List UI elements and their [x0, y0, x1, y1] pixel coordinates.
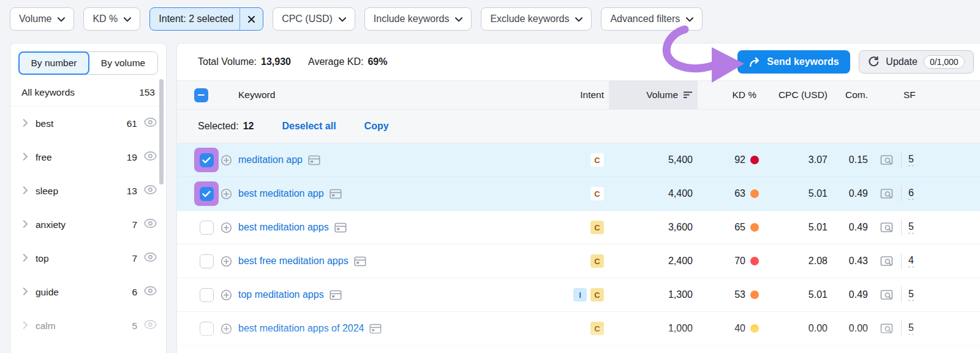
eye-icon[interactable]	[143, 252, 157, 265]
row-checkbox[interactable]	[200, 288, 214, 302]
kd-value: 53	[734, 289, 745, 300]
serp-card-icon[interactable]	[330, 290, 342, 300]
eye-icon[interactable]	[143, 117, 157, 130]
serp-card-icon[interactable]	[354, 256, 366, 267]
kd-difficulty-dot	[750, 257, 759, 265]
keyword-group-row[interactable]: top 7	[10, 241, 166, 275]
eye-icon[interactable]	[143, 319, 157, 332]
refresh-icon	[868, 56, 880, 68]
volume-value: 1,000	[668, 323, 693, 334]
keyword-group-row[interactable]: free 19	[10, 140, 166, 174]
filter-chip[interactable]: CPC (USD)	[273, 7, 355, 31]
chevron-down-icon	[339, 13, 346, 25]
keyword-link[interactable]: best meditation app	[238, 188, 324, 199]
chevron-right-icon[interactable]	[23, 253, 28, 264]
tab-by-number[interactable]: By number	[18, 51, 89, 75]
filter-chip[interactable]: Include keywords	[364, 7, 472, 31]
select-all-checkbox[interactable]	[194, 88, 208, 102]
eye-icon[interactable]	[143, 286, 157, 298]
competition-value: 0.15	[849, 154, 868, 165]
serp-card-icon[interactable]	[334, 222, 347, 233]
eye-icon[interactable]	[143, 151, 157, 164]
keyword-group-row[interactable]: best 61	[10, 107, 166, 140]
keyword-link[interactable]: top meditation apps	[238, 289, 324, 300]
keyword-group-list: best 61 free 19 sleep 13	[10, 107, 166, 343]
close-icon[interactable]	[240, 15, 263, 23]
sidebar-scrollbar[interactable]	[159, 79, 164, 184]
keyword-link[interactable]: meditation app	[238, 154, 303, 165]
chevron-right-icon[interactable]	[23, 287, 28, 298]
row-checkbox[interactable]	[200, 221, 214, 235]
keyword-link[interactable]: best free meditation apps	[238, 256, 349, 267]
chevron-right-icon[interactable]	[23, 219, 28, 230]
eye-icon[interactable]	[143, 184, 157, 197]
filter-chip[interactable]: KD %	[83, 7, 140, 31]
sf-count[interactable]: 5	[908, 322, 914, 335]
add-to-list-icon[interactable]	[220, 255, 233, 268]
column-header-cpc: CPC (USD)	[778, 89, 827, 101]
add-to-list-icon[interactable]	[220, 188, 233, 200]
filter-chip-label: Volume	[19, 13, 51, 25]
filter-chip[interactable]: Exclude keywords	[481, 7, 592, 31]
tab-by-volume[interactable]: By volume	[89, 52, 157, 74]
filter-clear-control[interactable]	[239, 8, 263, 30]
checkbox-highlight	[194, 215, 219, 240]
filter-chip-label: Include keywords	[374, 13, 450, 25]
checkbox-highlight	[194, 283, 219, 307]
chevron-right-icon[interactable]	[23, 321, 28, 332]
serp-card-icon[interactable]	[308, 155, 320, 165]
deselect-all-link[interactable]: Deselect all	[282, 121, 336, 132]
copy-link[interactable]: Copy	[364, 121, 389, 132]
serp-features-icon[interactable]	[880, 323, 894, 335]
send-keywords-button[interactable]: Send keywords	[737, 50, 850, 74]
row-checkbox[interactable]	[200, 153, 214, 167]
sf-count[interactable]: 5	[908, 154, 914, 166]
serp-card-icon[interactable]	[369, 324, 382, 334]
checkbox-highlight	[194, 249, 219, 273]
filter-chip[interactable]: Intent: 2 selected	[149, 7, 263, 31]
serp-features-icon[interactable]	[880, 289, 894, 301]
update-button[interactable]: Update 0/1,000	[859, 50, 974, 74]
column-header-intent: Intent	[580, 89, 604, 101]
serp-features-icon[interactable]	[880, 188, 894, 200]
sf-count[interactable]: 5	[908, 289, 914, 301]
column-header-volume[interactable]: Volume	[609, 81, 698, 109]
keyword-group-row[interactable]: guide 6	[10, 275, 166, 309]
row-checkbox[interactable]	[200, 254, 214, 268]
add-to-list-icon[interactable]	[220, 322, 233, 335]
add-to-list-icon[interactable]	[220, 221, 233, 234]
filter-chip[interactable]: Volume	[10, 7, 74, 31]
keyword-link[interactable]: best meditation apps of 2024	[238, 323, 364, 334]
add-to-list-icon[interactable]	[220, 154, 233, 167]
row-checkbox[interactable]	[200, 322, 214, 336]
keyword-group-row[interactable]: sleep 13	[10, 174, 166, 208]
cpc-value: 0.00	[809, 323, 827, 334]
chevron-right-icon[interactable]	[23, 118, 28, 129]
eye-icon[interactable]	[143, 218, 157, 231]
serp-card-icon[interactable]	[330, 189, 342, 199]
keyword-group-row[interactable]: anxiety 7	[10, 208, 166, 241]
column-header-com: Com.	[845, 89, 868, 101]
table-toolbar: Total Volume: 13,930 Average KD: 69% Sen…	[177, 44, 980, 80]
keyword-group-count: 19	[127, 152, 137, 163]
filter-chip[interactable]: Advanced filters	[601, 7, 703, 31]
serp-features-icon[interactable]	[880, 256, 894, 267]
sf-count[interactable]: 5	[908, 221, 914, 233]
serp-features-icon[interactable]	[880, 154, 894, 166]
divider	[901, 287, 902, 303]
sf-count[interactable]: 4	[908, 255, 914, 267]
serp-features-icon[interactable]	[880, 222, 894, 233]
row-checkbox[interactable]	[200, 187, 214, 201]
all-keywords-row[interactable]: All keywords 153	[10, 78, 166, 107]
table-row: best free meditation apps C 2,400 70 2.0…	[177, 245, 980, 278]
add-to-list-icon[interactable]	[220, 289, 233, 302]
competition-value: 0.49	[849, 289, 868, 300]
keyword-link[interactable]: best meditation apps	[238, 222, 329, 233]
keyword-group-row[interactable]: calm 5	[10, 309, 166, 343]
all-keywords-label: All keywords	[21, 87, 75, 98]
intent-badge: C	[590, 322, 604, 335]
chevron-right-icon[interactable]	[23, 152, 28, 163]
chevron-right-icon[interactable]	[23, 186, 28, 197]
sf-count[interactable]: 6	[908, 188, 914, 200]
volume-value: 3,600	[668, 222, 693, 233]
